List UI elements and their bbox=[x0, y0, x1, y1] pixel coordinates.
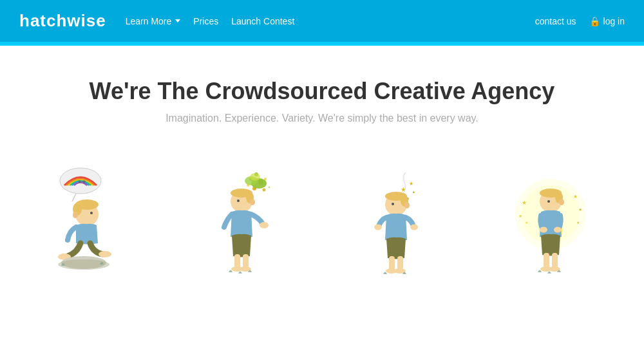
navbar-right: contact us 🔒 log in bbox=[535, 16, 625, 26]
nav-link-launch-contest[interactable]: Launch Contest bbox=[231, 16, 294, 26]
illustration-magic-boy bbox=[187, 150, 303, 279]
svg-text:★: ★ bbox=[409, 181, 413, 187]
logo[interactable]: hatchwise bbox=[19, 11, 106, 31]
illustration-stars-boy: ★ ★ ★ ✦ ✦ bbox=[341, 150, 457, 279]
nav-link-learn-more[interactable]: Learn More bbox=[126, 16, 181, 26]
svg-point-6 bbox=[90, 212, 93, 214]
svg-point-27 bbox=[250, 199, 255, 205]
svg-point-9 bbox=[99, 251, 111, 257]
svg-rect-67 bbox=[552, 253, 558, 268]
svg-rect-29 bbox=[234, 254, 240, 268]
contact-us-link[interactable]: contact us bbox=[535, 16, 576, 26]
svg-text:★: ★ bbox=[573, 194, 578, 199]
svg-point-22 bbox=[269, 187, 270, 189]
svg-text:★: ★ bbox=[522, 199, 527, 206]
main-content: We're The Crowdsourced Creative Agency I… bbox=[0, 46, 644, 279]
svg-text:★★: ★★ bbox=[77, 179, 86, 185]
svg-point-7 bbox=[73, 212, 78, 218]
svg-point-43 bbox=[410, 225, 418, 230]
nav-links: Learn More Prices Launch Contest bbox=[126, 16, 295, 26]
svg-line-2 bbox=[72, 194, 76, 201]
svg-point-19 bbox=[250, 173, 260, 181]
svg-point-64 bbox=[554, 227, 562, 233]
svg-rect-30 bbox=[243, 254, 249, 268]
svg-point-15 bbox=[263, 189, 266, 192]
svg-point-62 bbox=[547, 200, 550, 203]
svg-point-42 bbox=[404, 202, 410, 208]
navbar-left: hatchwise Learn More Prices Launch Conte… bbox=[19, 11, 294, 31]
svg-point-41 bbox=[392, 203, 394, 205]
svg-text:★: ★ bbox=[576, 221, 580, 225]
svg-text:✦: ✦ bbox=[412, 190, 415, 194]
svg-point-28 bbox=[260, 222, 269, 228]
navbar: hatchwise Learn More Prices Launch Conte… bbox=[0, 0, 644, 42]
svg-text:★: ★ bbox=[578, 207, 582, 212]
svg-point-21 bbox=[264, 178, 267, 180]
nav-link-prices[interactable]: Prices bbox=[193, 16, 218, 26]
svg-point-20 bbox=[247, 184, 249, 187]
svg-text:★: ★ bbox=[525, 221, 528, 225]
chevron-down-icon bbox=[175, 19, 180, 23]
svg-rect-46 bbox=[397, 256, 403, 270]
hero-title: We're The Crowdsourced Creative Agency bbox=[90, 78, 555, 105]
illustration-star-holding-boy: ★ ★ ★ ★ ★ ★ ★ bbox=[496, 150, 612, 279]
illustrations-section: ★★ bbox=[0, 150, 644, 279]
svg-point-26 bbox=[237, 199, 240, 202]
lock-icon: 🔒 bbox=[589, 16, 600, 26]
illustration-dreaming-boy: ★★ bbox=[32, 150, 148, 279]
hero-subtitle: Imagination. Experience. Variety. We're … bbox=[166, 113, 478, 124]
svg-point-65 bbox=[540, 227, 547, 233]
svg-point-44 bbox=[374, 225, 382, 230]
svg-point-63 bbox=[559, 199, 564, 205]
svg-rect-45 bbox=[389, 256, 395, 270]
svg-text:★: ★ bbox=[518, 214, 522, 218]
login-button[interactable]: 🔒 log in bbox=[589, 16, 625, 26]
svg-rect-66 bbox=[544, 253, 549, 268]
